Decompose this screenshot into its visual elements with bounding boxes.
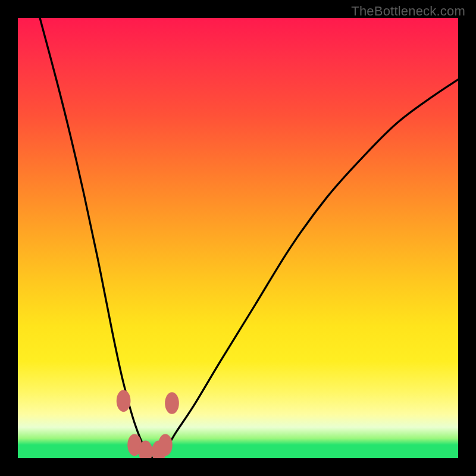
curve-marker <box>158 434 173 456</box>
curve-markers <box>117 390 179 458</box>
curve-marker <box>117 390 131 412</box>
chart-svg <box>18 18 458 458</box>
chart-frame <box>18 18 458 458</box>
attribution-text: TheBottleneck.com <box>351 4 465 19</box>
bottleneck-curve <box>40 18 458 458</box>
curve-marker <box>165 392 179 414</box>
